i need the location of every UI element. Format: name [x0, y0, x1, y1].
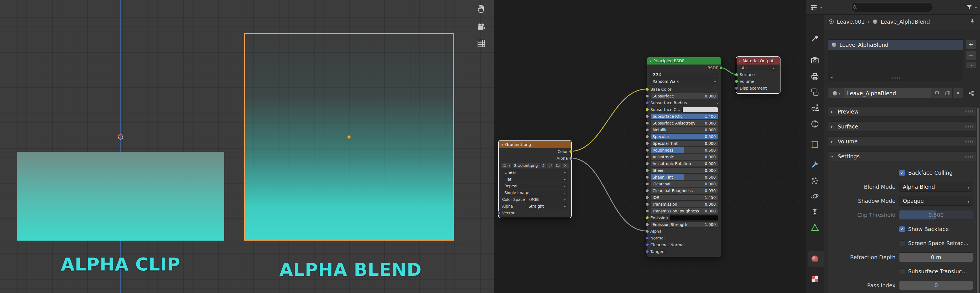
input-socket[interactable]	[646, 115, 649, 118]
panel-header-volume[interactable]: Volume	[828, 136, 976, 146]
shader-editor[interactable]: Gradient.png Color Alpha Gradient.png	[494, 0, 807, 293]
users-count-button[interactable]: 3	[541, 162, 546, 169]
tab-constraints[interactable]	[810, 207, 820, 217]
image-browse-button[interactable]	[501, 162, 512, 169]
editor-type-button[interactable]	[810, 3, 822, 11]
vector-input-socket[interactable]	[497, 211, 501, 215]
value-slider[interactable]: Transmission0.000	[650, 201, 718, 207]
tab-particles[interactable]	[810, 176, 820, 186]
tab-modifiers[interactable]	[810, 160, 820, 169]
value-slider[interactable]: Anisotropic Rotation0.000	[650, 161, 718, 167]
panel-drag-grip[interactable]	[964, 155, 973, 158]
viewport-3d[interactable]: ALPHA CLIP ALPHA BLEND	[0, 0, 494, 293]
camera-view-icon[interactable]	[476, 22, 486, 32]
input-socket[interactable]	[646, 148, 649, 152]
collapse-icon[interactable]	[650, 59, 651, 63]
value-slider[interactable]: Clearcoat Roughness0.030	[650, 188, 718, 194]
value-slider[interactable]: Metallic0.000	[650, 127, 718, 133]
image-name-field[interactable]: Gradient.png	[512, 162, 541, 169]
input-socket[interactable]	[646, 101, 649, 105]
principled-bsdf-node[interactable]: Principled BSDF BSDF GGX Random Walk Bas…	[647, 57, 721, 257]
duplicate-material-button[interactable]	[942, 88, 953, 98]
subsurface-method-dropdown[interactable]: Random Walk	[650, 78, 718, 84]
color-swatch[interactable]	[670, 215, 718, 221]
tab-view-layer[interactable]	[810, 88, 820, 97]
input-socket[interactable]	[646, 142, 649, 145]
input-socket[interactable]	[646, 243, 649, 247]
checkbox-show-backface[interactable]	[899, 226, 905, 232]
target-dropdown[interactable]: All	[740, 65, 776, 71]
dropdown-repeat[interactable]: Repeat	[502, 183, 568, 189]
input-socket[interactable]	[646, 175, 649, 179]
color-swatch[interactable]	[682, 107, 718, 112]
value-slider[interactable]: Clearcoat0.000	[650, 181, 718, 187]
pan-hand-icon[interactable]	[476, 4, 486, 14]
panel-drag-grip[interactable]	[964, 125, 973, 128]
node-header[interactable]: Material Output	[737, 57, 780, 65]
checkbox-subsurface-transluc[interactable]	[899, 269, 905, 274]
collapse-icon[interactable]	[501, 142, 503, 147]
search-input[interactable]	[851, 3, 933, 12]
alpha-output-socket[interactable]	[569, 157, 573, 160]
tab-material[interactable]	[810, 254, 820, 264]
value-slider[interactable]: Transmission Roughness0.000	[650, 208, 718, 214]
panel-header-preview[interactable]: Preview	[828, 107, 976, 117]
input-socket[interactable]	[646, 155, 649, 159]
input-socket[interactable]	[735, 86, 738, 90]
browse-material-button[interactable]	[828, 88, 844, 98]
value-slider[interactable]: Subsurface Anisotropy0.000	[650, 120, 718, 126]
panel-header-settings[interactable]: Settings	[828, 151, 976, 161]
checkbox-backface-culling[interactable]	[899, 170, 905, 176]
tab-output[interactable]	[810, 72, 820, 81]
dropdown-srgb[interactable]: sRGB	[527, 196, 568, 202]
dropdown-single-image[interactable]: Single Image	[502, 189, 568, 196]
input-socket[interactable]	[646, 182, 649, 186]
pin-icon[interactable]	[969, 18, 975, 25]
tab-render[interactable]	[810, 56, 820, 65]
dropdown-linear[interactable]: Linear	[502, 169, 568, 175]
input-socket[interactable]	[646, 94, 649, 98]
distribution-dropdown[interactable]: GGX	[650, 72, 718, 78]
unlink-image-button[interactable]	[562, 162, 569, 169]
tab-world[interactable]	[810, 119, 820, 129]
value-slider[interactable]: Specular Tint0.000	[650, 140, 718, 146]
input-socket[interactable]	[646, 189, 649, 193]
alpha-clip-plane[interactable]	[17, 152, 224, 240]
filter-expand-icon[interactable]	[831, 75, 833, 80]
input-socket[interactable]	[646, 223, 649, 226]
panel-drag-grip[interactable]	[964, 140, 973, 143]
input-socket[interactable]	[646, 196, 649, 199]
input-socket[interactable]	[735, 80, 738, 83]
value-slider[interactable]: Anisotropic0.000	[650, 154, 718, 160]
input-socket[interactable]	[646, 162, 649, 166]
input-socket[interactable]	[646, 216, 649, 220]
node-header[interactable]: Principled BSDF	[647, 57, 721, 65]
remove-slot-button[interactable]: −	[966, 51, 976, 61]
input-socket[interactable]	[646, 128, 649, 132]
add-slot-button[interactable]: +	[966, 40, 976, 49]
panel-drag-grip[interactable]	[964, 110, 973, 113]
input-socket[interactable]	[646, 250, 649, 253]
value-slider[interactable]: Subsurface IOR1.400	[650, 113, 718, 119]
input-socket[interactable]	[646, 108, 649, 111]
input-socket[interactable]	[646, 229, 649, 233]
dropdown-shadow-mode[interactable]: Opaque	[899, 196, 973, 205]
material-output-node[interactable]: Material Output All SurfaceVolumeDisplac…	[736, 57, 780, 93]
tab-tool[interactable]	[810, 33, 820, 43]
tab-data[interactable]	[810, 223, 820, 232]
tab-physics[interactable]	[810, 191, 820, 201]
grid-ortho-icon[interactable]	[476, 38, 486, 48]
input-socket[interactable]	[646, 121, 649, 125]
input-socket[interactable]	[646, 88, 649, 91]
scrollbar[interactable]	[977, 108, 979, 293]
slot-specials-button[interactable]	[966, 62, 976, 68]
value-slider[interactable]: Emission Strength1.000	[650, 221, 718, 228]
nodes-icon[interactable]	[966, 88, 976, 98]
collapse-icon[interactable]	[739, 59, 741, 63]
material-slot-list[interactable]: Leave_AlphaBlend	[828, 40, 963, 81]
bsdf-output-socket[interactable]	[719, 66, 723, 70]
node-header[interactable]: Gradient.png	[499, 141, 571, 148]
filter-button[interactable]	[966, 4, 977, 11]
value-slider[interactable]: IOR1.450	[650, 194, 718, 201]
input-socket[interactable]	[646, 236, 649, 240]
